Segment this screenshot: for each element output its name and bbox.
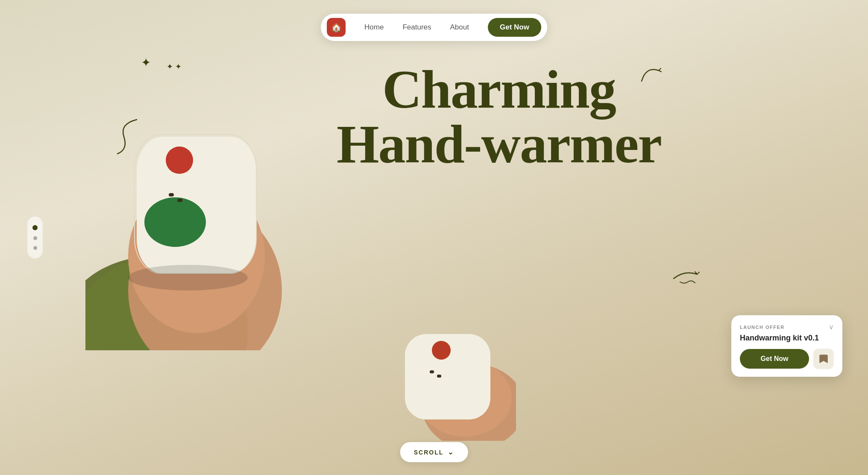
nav-link-home[interactable]: Home — [356, 20, 392, 35]
hero-title-line1: Charming — [382, 59, 616, 120]
hero-headline: Charming Hand-warmer — [337, 62, 661, 171]
svg-point-6 — [166, 147, 193, 174]
scroll-label: SCROLL — [414, 449, 444, 456]
page-dot-1[interactable] — [32, 225, 38, 230]
nav-link-about[interactable]: About — [442, 20, 478, 35]
scroll-chevron-icon: ⌄ — [448, 448, 454, 456]
svg-rect-9 — [177, 199, 182, 202]
svg-line-20 — [697, 272, 699, 274]
arrow-decoration — [672, 266, 701, 287]
page-dot-3[interactable] — [33, 246, 37, 250]
logo-icon: 🏠 — [331, 22, 342, 32]
svg-line-18 — [659, 70, 661, 72]
sparkle-decoration-small: ✦ ✦ — [167, 62, 182, 71]
sparkle-decoration-large: ✦ — [141, 56, 151, 70]
page-dot-2[interactable] — [33, 236, 37, 240]
svg-rect-8 — [169, 193, 174, 196]
page-indicator — [27, 217, 43, 258]
launch-bookmark-button[interactable] — [813, 349, 834, 369]
launch-card-title: Handwarming kit v0.1 — [740, 334, 834, 343]
launch-card-header: LAUNCH OFFER ∨ — [740, 323, 834, 331]
svg-point-10 — [128, 265, 248, 290]
launch-get-now-button[interactable]: Get Now — [740, 349, 809, 369]
navbar: 🏠 Home Features About Get Now — [321, 14, 547, 41]
hero-title-line2: Hand-warmer — [337, 114, 661, 174]
svg-line-17 — [659, 68, 661, 70]
launch-offer-label: LAUNCH OFFER — [740, 325, 785, 330]
product-secondary — [379, 321, 516, 441]
scroll-button[interactable]: SCROLL ⌄ — [400, 442, 468, 462]
svg-point-14 — [432, 341, 451, 360]
nav-logo[interactable]: 🏠 — [327, 18, 346, 37]
curl-decoration — [111, 115, 145, 158]
svg-rect-16 — [437, 375, 441, 378]
launch-offer-card: LAUNCH OFFER ∨ Handwarming kit v0.1 Get … — [731, 315, 842, 377]
collapse-icon[interactable]: ∨ — [829, 323, 834, 331]
svg-point-7 — [144, 197, 206, 247]
svg-rect-15 — [430, 370, 434, 373]
bookmark-icon — [819, 354, 828, 364]
launch-card-actions: Get Now — [740, 349, 834, 369]
nav-links: Home Features About — [349, 20, 484, 35]
nav-link-features[interactable]: Features — [394, 20, 440, 35]
hero-title: Charming Hand-warmer — [337, 62, 661, 171]
squiggle-decoration — [637, 64, 663, 85]
nav-cta-button[interactable]: Get Now — [488, 18, 541, 37]
